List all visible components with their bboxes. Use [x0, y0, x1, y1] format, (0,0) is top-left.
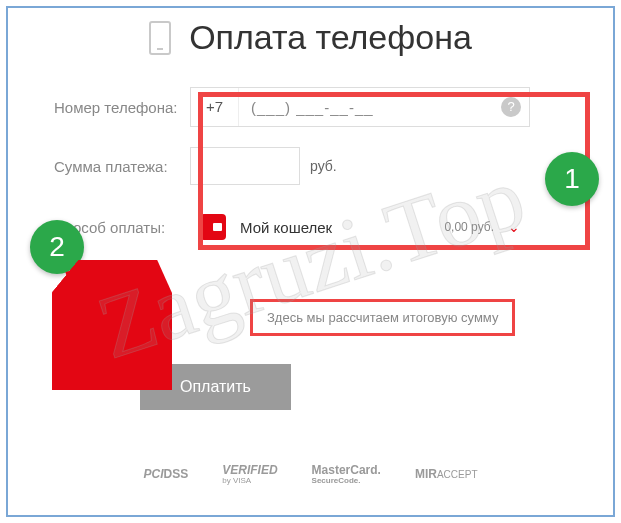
logo-mc-top: MasterCard.	[312, 463, 381, 477]
page-title: Оплата телефона	[189, 18, 472, 57]
chevron-down-icon: ⌄	[508, 219, 520, 235]
logo-visa-sub: by VISA	[222, 477, 277, 485]
wallet-balance: 0,00 руб.	[444, 220, 494, 234]
summary-section: Здесь мы рассчитаем итоговую сумму Оплат…	[100, 279, 591, 440]
security-logos: PCIDSS VERIFIED by VISA MasterCard. Secu…	[30, 464, 591, 485]
logo-verified-visa: VERIFIED by VISA	[222, 464, 277, 485]
payment-method-select[interactable]: Мой кошелек 0,00 руб. ⌄	[190, 205, 530, 249]
logo-mir-accept: MIRACCEPT	[415, 468, 478, 481]
wallet-icon	[200, 214, 226, 240]
phone-icon	[149, 21, 171, 55]
label-phone: Номер телефона:	[30, 99, 190, 116]
wallet-name: Мой кошелек	[240, 219, 444, 236]
phone-prefix: +7	[191, 88, 239, 126]
logo-visa-top: VERIFIED	[222, 463, 277, 477]
label-amount: Сумма платежа:	[30, 158, 190, 175]
phone-mask: (___) ___-__-__	[239, 99, 501, 116]
logo-pci: PCIDSS	[144, 468, 189, 481]
pay-button[interactable]: Оплатить	[140, 364, 291, 410]
logo-mastercard-securecode: MasterCard. SecureCode.	[312, 464, 381, 485]
amount-input[interactable]	[190, 147, 300, 185]
title-row: Оплата телефона	[30, 18, 591, 57]
annotation-badge-2: 2	[30, 220, 84, 274]
logo-mir-main: MIR	[415, 467, 437, 481]
logo-pci-main: PCI	[144, 467, 164, 481]
help-icon[interactable]: ?	[501, 97, 521, 117]
phone-input[interactable]: +7 (___) ___-__-__ ?	[190, 87, 530, 127]
logo-mir-sub: ACCEPT	[437, 469, 478, 480]
payment-page: Оплата телефона Номер телефона: +7 (___)…	[0, 0, 621, 523]
row-phone: Номер телефона: +7 (___) ___-__-__ ?	[30, 87, 591, 127]
row-method: Способ оплаты: Мой кошелек 0,00 руб. ⌄	[30, 205, 591, 249]
currency-label: руб.	[310, 158, 337, 174]
logo-mc-sub: SecureCode.	[312, 477, 381, 485]
logo-pci-sub: DSS	[164, 467, 189, 481]
row-amount: Сумма платежа: руб.	[30, 147, 591, 185]
annotation-badge-1: 1	[545, 152, 599, 206]
summary-placeholder: Здесь мы рассчитаем итоговую сумму	[250, 299, 515, 336]
